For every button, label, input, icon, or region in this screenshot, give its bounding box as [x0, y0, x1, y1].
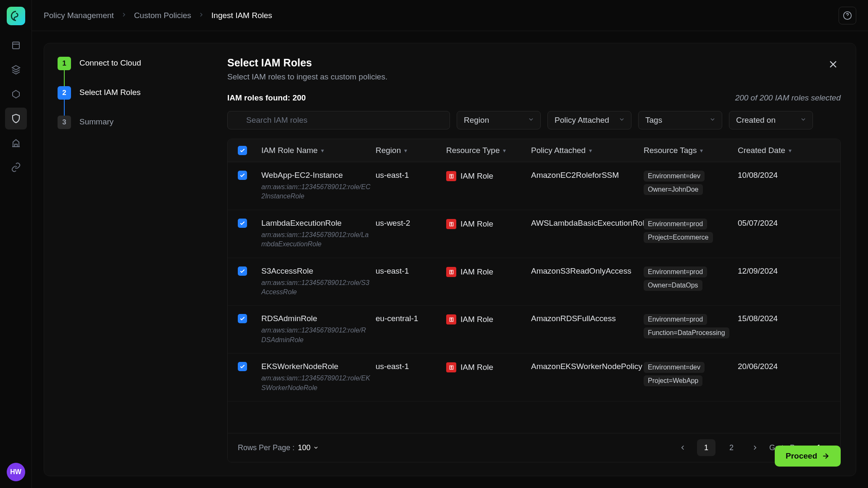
sidebar-nav-1[interactable]: [5, 34, 27, 56]
column-header[interactable]: Created Date▾: [738, 146, 805, 155]
row-checkbox[interactable]: [238, 266, 247, 276]
sidebar: HW: [0, 0, 32, 488]
table-row: S3AccessRole arn:aws:iam::123456789012:r…: [228, 258, 840, 306]
policy-attached: AWSLambdaBasicExecutionRole: [531, 219, 639, 228]
sort-icon: ▾: [404, 147, 407, 154]
tag-chip: Owner=JohnDoe: [644, 184, 703, 195]
row-checkbox[interactable]: [238, 314, 247, 323]
close-button[interactable]: [826, 57, 841, 74]
filter-created[interactable]: Created on: [729, 111, 813, 129]
step-label: Select IAM Roles: [79, 86, 141, 97]
chevron-down-icon: [800, 116, 807, 125]
role-region: us-east-1: [376, 266, 441, 276]
page-number[interactable]: 1: [697, 439, 715, 456]
resource-tags: Environment=devProject=WebApp: [644, 362, 733, 389]
sidebar-nav-6[interactable]: [5, 156, 27, 178]
iam-icon: ⚿: [446, 314, 456, 324]
tag-chip: Project=Ecommerce: [644, 232, 713, 243]
iam-icon: ⚿: [446, 267, 456, 277]
table-row: WebApp-EC2-Instance arn:aws:iam::1234567…: [228, 162, 840, 210]
page-title: Select IAM Roles: [227, 57, 387, 69]
step-2[interactable]: 2 Select IAM Roles: [58, 86, 199, 100]
policy-attached: AmazonEKSWorkerNodePolicy: [531, 362, 639, 371]
stepper: 1 Connect to Cloud 2 Select IAM Roles 3 …: [44, 43, 212, 476]
filter-label: Created on: [736, 116, 776, 125]
filter-region[interactable]: Region: [457, 111, 541, 129]
resource-tags: Environment=prodFunction=DataProcessing: [644, 314, 733, 341]
step-badge: 2: [58, 86, 71, 100]
column-header[interactable]: IAM Role Name▾: [261, 146, 371, 155]
roles-table: IAM Role Name▾ Region▾ Resource Type▾ Po…: [227, 139, 841, 462]
app-logo[interactable]: [7, 7, 25, 25]
role-region: us-west-2: [376, 219, 441, 228]
role-arn: arn:aws:iam::123456789012:role/RDSAdminR…: [261, 326, 371, 345]
chevron-down-icon: [709, 116, 716, 125]
user-avatar[interactable]: HW: [7, 463, 25, 481]
table-row: EKSWorkerNodeRole arn:aws:iam::123456789…: [228, 353, 840, 401]
column-header[interactable]: Region▾: [376, 146, 441, 155]
step-badge: 1: [58, 57, 71, 70]
search-input[interactable]: [227, 111, 450, 129]
role-arn: arn:aws:iam::123456789012:role/LambdaExe…: [261, 230, 371, 249]
created-date: 10/08/2024: [738, 171, 805, 180]
role-name: RDSAdminRole: [261, 314, 371, 323]
chevron-down-icon: [618, 116, 625, 125]
page-subtitle: Select IAM roles to ingest as custom pol…: [227, 72, 387, 82]
step-badge: 3: [58, 116, 71, 129]
svg-rect-0: [13, 42, 19, 49]
breadcrumb-item[interactable]: Custom Policies: [134, 11, 191, 20]
row-checkbox[interactable]: [238, 362, 247, 371]
chevron-down-icon: [528, 116, 534, 125]
column-header[interactable]: Resource Type▾: [446, 146, 526, 155]
role-arn: arn:aws:iam::123456789012:role/S3AccessR…: [261, 278, 371, 297]
filter-policy[interactable]: Policy Attached: [547, 111, 631, 129]
rows-per-page-select[interactable]: 100: [298, 443, 319, 452]
table-row: RDSAdminRole arn:aws:iam::123456789012:r…: [228, 306, 840, 353]
role-region: us-east-1: [376, 171, 441, 180]
created-date: 12/09/2024: [738, 266, 805, 276]
breadcrumb-item[interactable]: Policy Management: [44, 11, 114, 20]
sidebar-nav-5[interactable]: [5, 132, 27, 154]
iam-icon: ⚿: [446, 362, 456, 372]
topbar: Policy Management Custom Policies Ingest…: [32, 0, 868, 31]
step-connector: [64, 70, 65, 86]
sort-icon: ▾: [700, 147, 703, 154]
step-3[interactable]: 3 Summary: [58, 116, 199, 129]
sidebar-nav-shield[interactable]: [5, 108, 27, 129]
select-all-checkbox[interactable]: [238, 146, 247, 155]
role-name: S3AccessRole: [261, 266, 371, 276]
filter-tags[interactable]: Tags: [638, 111, 722, 129]
prev-page-button[interactable]: [675, 440, 690, 455]
role-arn: arn:aws:iam::123456789012:role/EC2Instan…: [261, 182, 371, 201]
row-checkbox[interactable]: [238, 171, 247, 180]
created-date: 05/07/2024: [738, 219, 805, 228]
resource-type: IAM Role: [460, 219, 493, 229]
page-number[interactable]: 2: [722, 439, 741, 456]
table-row: LambdaExecutionRole arn:aws:iam::1234567…: [228, 210, 840, 258]
policy-attached: AmazonS3ReadOnlyAccess: [531, 266, 639, 276]
proceed-button[interactable]: Proceed: [775, 446, 841, 467]
policy-attached: AmazonEC2RoleforSSM: [531, 171, 639, 180]
column-header[interactable]: Resource Tags▾: [644, 146, 733, 155]
resource-type: IAM Role: [460, 363, 493, 372]
iam-icon: ⚿: [446, 219, 456, 229]
filter-label: Tags: [645, 116, 662, 125]
policy-attached: AmazonRDSFullAccess: [531, 314, 639, 323]
roles-found-count: IAM roles found: 200: [227, 93, 306, 103]
column-header[interactable]: Policy Attached▾: [531, 146, 639, 155]
resource-type: IAM Role: [460, 315, 493, 324]
tag-chip: Function=DataProcessing: [644, 327, 729, 338]
proceed-label: Proceed: [786, 451, 817, 461]
sidebar-nav-2[interactable]: [5, 59, 27, 81]
help-button[interactable]: [839, 7, 856, 24]
resource-tags: Environment=prodOwner=DataOps: [644, 266, 733, 293]
step-connector: [64, 100, 65, 116]
step-1[interactable]: 1 Connect to Cloud: [58, 57, 199, 70]
tag-chip: Environment=dev: [644, 171, 705, 182]
created-date: 20/06/2024: [738, 362, 805, 371]
sort-icon: ▾: [321, 147, 324, 154]
row-checkbox[interactable]: [238, 219, 247, 228]
role-name: LambdaExecutionRole: [261, 219, 371, 228]
sidebar-nav-3[interactable]: [5, 83, 27, 105]
tag-chip: Environment=dev: [644, 362, 705, 373]
